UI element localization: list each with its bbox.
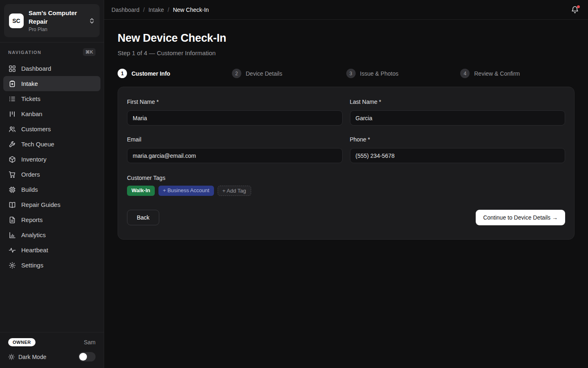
- sidebar-item-builds[interactable]: Builds: [3, 182, 100, 197]
- page-title: New Device Check-In: [118, 32, 575, 45]
- cpu-icon: [9, 186, 16, 193]
- step-label: Customer Info: [131, 70, 170, 77]
- sidebar-item-label: Settings: [21, 262, 43, 269]
- step-customer-info[interactable]: 1 Customer Info: [118, 69, 232, 78]
- step-review-confirm[interactable]: 4 Review & Confirm: [460, 69, 575, 78]
- email-field[interactable]: [127, 148, 343, 163]
- notification-dot: [577, 5, 580, 8]
- phone-group: Phone *: [350, 136, 566, 163]
- last-name-label: Last Name *: [350, 99, 566, 105]
- tag-walk-in[interactable]: Walk-In: [127, 186, 155, 196]
- breadcrumb-dashboard[interactable]: Dashboard: [111, 7, 140, 13]
- sidebar-item-repair-guides[interactable]: Repair Guides: [3, 197, 100, 212]
- continue-button[interactable]: Continue to Device Details →: [476, 210, 565, 225]
- workspace-meta: Sam's Computer Repair Pro Plan: [29, 9, 84, 32]
- add-tag-button[interactable]: + Add Tag: [218, 186, 251, 196]
- step-number: 2: [232, 69, 241, 78]
- sidebar-item-label: Tech Queue: [21, 141, 54, 148]
- dashboard-icon: [9, 65, 16, 72]
- step-label: Review & Confirm: [474, 70, 520, 77]
- sidebar-item-intake[interactable]: Intake: [3, 76, 100, 91]
- sidebar-item-reports[interactable]: Reports: [3, 212, 100, 227]
- package-icon: [9, 156, 16, 163]
- breadcrumb-current: New Check-In: [173, 7, 209, 13]
- dark-mode-toggle[interactable]: [78, 352, 96, 361]
- gear-icon: [9, 262, 16, 269]
- form-actions: Back Continue to Device Details →: [127, 210, 565, 225]
- file-icon: [9, 216, 16, 224]
- user-name: Sam: [84, 339, 96, 346]
- sidebar-item-label: Intake: [21, 80, 38, 87]
- email-group: Email: [127, 136, 343, 163]
- sidebar-item-heartbeat[interactable]: Heartbeat: [3, 242, 100, 258]
- workspace-avatar: SC: [9, 13, 24, 28]
- sidebar-item-label: Orders: [21, 171, 40, 178]
- breadcrumb-intake[interactable]: Intake: [148, 7, 164, 13]
- notifications-button[interactable]: [571, 6, 579, 14]
- sidebar-item-label: Heartbeat: [21, 247, 48, 254]
- workspace-switcher[interactable]: SC Sam's Computer Repair Pro Plan: [4, 4, 100, 37]
- last-name-field[interactable]: [350, 110, 566, 126]
- sidebar-item-label: Tickets: [21, 95, 40, 102]
- phone-field[interactable]: [350, 148, 566, 163]
- back-button[interactable]: Back: [127, 210, 159, 225]
- sidebar-item-kanban[interactable]: Kanban: [3, 106, 100, 121]
- sidebar-item-label: Reports: [21, 216, 43, 223]
- sidebar-item-inventory[interactable]: Inventory: [3, 152, 100, 167]
- page-content: New Device Check-In Step 1 of 4 — Custom…: [104, 20, 588, 240]
- sidebar-item-label: Dashboard: [21, 65, 51, 72]
- breadcrumb-separator: /: [143, 7, 145, 13]
- bar-chart-icon: [9, 231, 16, 239]
- main-area: Dashboard / Intake / New Check-In New De…: [104, 0, 588, 368]
- step-device-details[interactable]: 2 Device Details: [232, 69, 346, 78]
- first-name-group: First Name *: [127, 99, 343, 126]
- tickets-icon: [9, 95, 16, 103]
- customers-icon: [9, 126, 16, 133]
- sidebar-item-tickets[interactable]: Tickets: [3, 91, 100, 106]
- nav-header: NAVIGATION ⌘K: [0, 48, 104, 58]
- sidebar-item-orders[interactable]: Orders: [3, 167, 100, 182]
- sidebar-item-label: Kanban: [21, 110, 42, 117]
- dark-mode-label: Dark Mode: [18, 354, 46, 360]
- sidebar-item-label: Builds: [21, 186, 38, 193]
- step-number: 4: [460, 69, 470, 78]
- nav-list: Dashboard Intake Tickets Kanban: [0, 58, 104, 275]
- breadcrumb: Dashboard / Intake / New Check-In: [111, 7, 209, 13]
- customer-tags-label: Customer Tags: [127, 175, 565, 181]
- toggle-knob: [79, 353, 87, 361]
- sidebar-item-label: Analytics: [21, 231, 46, 238]
- sidebar-item-label: Customers: [21, 126, 51, 132]
- pulse-icon: [9, 247, 16, 254]
- tag-business-account[interactable]: + Business Account: [158, 186, 214, 196]
- email-label: Email: [127, 136, 343, 143]
- sidebar-item-settings[interactable]: Settings: [3, 258, 100, 273]
- step-issue-photos[interactable]: 3 Issue & Photos: [346, 69, 461, 78]
- sidebar-footer: OWNER Sam Dark Mode: [0, 332, 104, 368]
- step-label: Issue & Photos: [360, 70, 399, 77]
- checkin-form-card: First Name * Last Name * Email Phone * C: [118, 87, 575, 240]
- command-k-shortcut[interactable]: ⌘K: [83, 48, 96, 56]
- kanban-icon: [9, 110, 16, 118]
- step-number: 3: [346, 69, 356, 78]
- sidebar-item-analytics[interactable]: Analytics: [3, 227, 100, 242]
- chevron-up-down-icon: [89, 18, 95, 24]
- sun-icon: [8, 354, 15, 360]
- first-name-field[interactable]: [127, 110, 343, 126]
- sidebar-item-label: Inventory: [21, 156, 47, 163]
- step-label: Device Details: [246, 70, 282, 77]
- last-name-group: Last Name *: [350, 99, 566, 126]
- cart-icon: [9, 171, 16, 178]
- sidebar-item-label: Repair Guides: [21, 201, 60, 208]
- customer-tags-section: Customer Tags Walk-In + Business Account…: [127, 175, 565, 196]
- first-name-label: First Name *: [127, 99, 343, 105]
- tags-row: Walk-In + Business Account + Add Tag: [127, 186, 565, 196]
- sidebar-item-customers[interactable]: Customers: [3, 121, 100, 137]
- wrench-icon: [9, 141, 16, 148]
- sidebar-item-tech-queue[interactable]: Tech Queue: [3, 137, 100, 152]
- sidebar-item-dashboard[interactable]: Dashboard: [3, 61, 100, 76]
- nav-header-label: NAVIGATION: [8, 50, 41, 55]
- breadcrumb-separator: /: [168, 7, 169, 13]
- phone-label: Phone *: [350, 136, 566, 143]
- nav-section: NAVIGATION ⌘K Dashboard Intake Ticket: [0, 42, 104, 275]
- stepper: 1 Customer Info 2 Device Details 3 Issue…: [118, 69, 575, 78]
